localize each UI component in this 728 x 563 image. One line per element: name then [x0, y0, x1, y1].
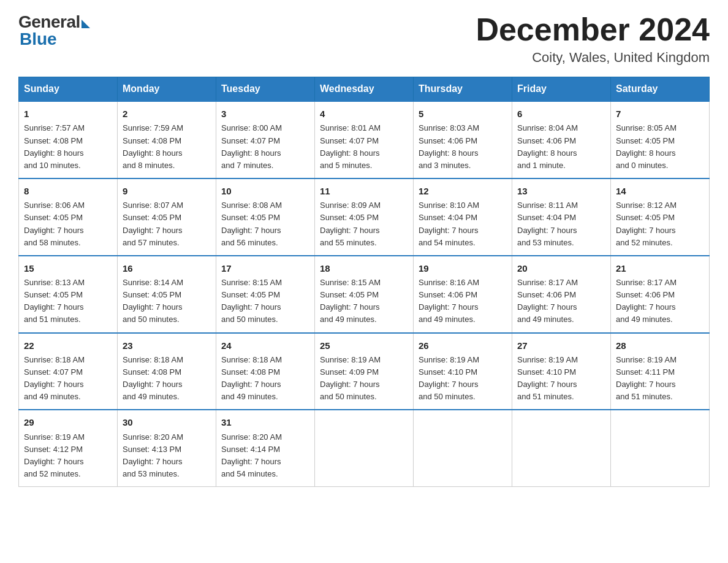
day-number: 3 — [221, 107, 309, 121]
header-cell-monday: Monday — [118, 77, 216, 102]
day-number: 1 — [24, 107, 112, 121]
calendar-week-3: 15Sunrise: 8:13 AMSunset: 4:05 PMDayligh… — [19, 256, 710, 333]
calendar-week-2: 8Sunrise: 8:06 AMSunset: 4:05 PMDaylight… — [19, 178, 710, 256]
day-info: Sunrise: 8:09 AMSunset: 4:05 PMDaylight:… — [320, 199, 408, 249]
calendar-cell: 20Sunrise: 8:17 AMSunset: 4:06 PMDayligh… — [512, 256, 611, 333]
calendar-week-5: 29Sunrise: 8:19 AMSunset: 4:12 PMDayligh… — [19, 410, 710, 486]
day-info: Sunrise: 8:18 AMSunset: 4:08 PMDaylight:… — [221, 354, 309, 404]
calendar-cell: 16Sunrise: 8:14 AMSunset: 4:05 PMDayligh… — [118, 256, 216, 333]
calendar-cell: 18Sunrise: 8:15 AMSunset: 4:05 PMDayligh… — [315, 256, 414, 333]
day-info: Sunrise: 8:08 AMSunset: 4:05 PMDaylight:… — [221, 199, 309, 249]
location-text: Coity, Wales, United Kingdom — [476, 50, 710, 66]
page-header: General Blue December 2024 Coity, Wales,… — [18, 12, 710, 66]
day-info: Sunrise: 8:19 AMSunset: 4:09 PMDaylight:… — [320, 354, 408, 404]
calendar-cell: 21Sunrise: 8:17 AMSunset: 4:06 PMDayligh… — [611, 256, 710, 333]
day-number: 2 — [123, 107, 211, 121]
title-block: December 2024 Coity, Wales, United Kingd… — [476, 12, 710, 66]
day-number: 31 — [221, 415, 309, 429]
calendar-week-4: 22Sunrise: 8:18 AMSunset: 4:07 PMDayligh… — [19, 333, 710, 410]
day-number: 12 — [419, 184, 507, 198]
calendar-cell: 8Sunrise: 8:06 AMSunset: 4:05 PMDaylight… — [19, 178, 118, 256]
calendar-cell: 7Sunrise: 8:05 AMSunset: 4:05 PMDaylight… — [611, 101, 710, 178]
day-number: 20 — [517, 261, 605, 275]
day-info: Sunrise: 8:11 AMSunset: 4:04 PMDaylight:… — [517, 199, 605, 249]
day-number: 28 — [616, 339, 704, 353]
calendar-cell — [512, 410, 611, 486]
header-cell-friday: Friday — [512, 77, 611, 102]
header-cell-sunday: Sunday — [19, 77, 118, 102]
day-info: Sunrise: 8:10 AMSunset: 4:04 PMDaylight:… — [419, 199, 507, 249]
day-number: 27 — [517, 339, 605, 353]
day-number: 14 — [616, 184, 704, 198]
day-info: Sunrise: 8:20 AMSunset: 4:13 PMDaylight:… — [123, 431, 211, 481]
day-info: Sunrise: 8:20 AMSunset: 4:14 PMDaylight:… — [221, 431, 309, 481]
day-number: 23 — [123, 339, 211, 353]
calendar-cell: 14Sunrise: 8:12 AMSunset: 4:05 PMDayligh… — [611, 178, 710, 256]
calendar-cell: 29Sunrise: 8:19 AMSunset: 4:12 PMDayligh… — [19, 410, 118, 486]
day-number: 21 — [616, 261, 704, 275]
header-row: SundayMondayTuesdayWednesdayThursdayFrid… — [19, 77, 710, 102]
calendar-cell: 17Sunrise: 8:15 AMSunset: 4:05 PMDayligh… — [216, 256, 315, 333]
day-info: Sunrise: 8:17 AMSunset: 4:06 PMDaylight:… — [517, 277, 605, 326]
calendar-cell: 9Sunrise: 8:07 AMSunset: 4:05 PMDaylight… — [118, 178, 216, 256]
day-info: Sunrise: 8:19 AMSunset: 4:12 PMDaylight:… — [24, 431, 112, 481]
calendar-cell — [315, 410, 414, 486]
calendar-cell: 22Sunrise: 8:18 AMSunset: 4:07 PMDayligh… — [19, 333, 118, 410]
day-info: Sunrise: 8:19 AMSunset: 4:10 PMDaylight:… — [517, 354, 605, 404]
calendar-cell: 5Sunrise: 8:03 AMSunset: 4:06 PMDaylight… — [414, 101, 512, 178]
day-number: 22 — [24, 339, 112, 353]
calendar-cell — [611, 410, 710, 486]
day-info: Sunrise: 8:06 AMSunset: 4:05 PMDaylight:… — [24, 199, 112, 249]
calendar-cell — [414, 410, 512, 486]
day-number: 30 — [123, 415, 211, 429]
day-number: 9 — [123, 184, 211, 198]
calendar-cell: 6Sunrise: 8:04 AMSunset: 4:06 PMDaylight… — [512, 101, 611, 178]
day-info: Sunrise: 8:15 AMSunset: 4:05 PMDaylight:… — [320, 277, 408, 326]
day-info: Sunrise: 8:13 AMSunset: 4:05 PMDaylight:… — [24, 277, 112, 326]
calendar-cell: 24Sunrise: 8:18 AMSunset: 4:08 PMDayligh… — [216, 333, 315, 410]
day-number: 4 — [320, 107, 408, 121]
day-info: Sunrise: 7:59 AMSunset: 4:08 PMDaylight:… — [123, 122, 211, 172]
day-info: Sunrise: 8:12 AMSunset: 4:05 PMDaylight:… — [616, 199, 704, 249]
day-number: 8 — [24, 184, 112, 198]
day-number: 25 — [320, 339, 408, 353]
calendar-cell: 25Sunrise: 8:19 AMSunset: 4:09 PMDayligh… — [315, 333, 414, 410]
calendar-cell: 11Sunrise: 8:09 AMSunset: 4:05 PMDayligh… — [315, 178, 414, 256]
day-info: Sunrise: 7:57 AMSunset: 4:08 PMDaylight:… — [24, 122, 112, 172]
day-number: 11 — [320, 184, 408, 198]
logo-blue-text: Blue — [20, 29, 57, 49]
day-number: 7 — [616, 107, 704, 121]
month-title: December 2024 — [476, 12, 710, 47]
day-info: Sunrise: 8:01 AMSunset: 4:07 PMDaylight:… — [320, 122, 408, 172]
day-number: 26 — [419, 339, 507, 353]
calendar-cell: 26Sunrise: 8:19 AMSunset: 4:10 PMDayligh… — [414, 333, 512, 410]
header-cell-saturday: Saturday — [611, 77, 710, 102]
day-info: Sunrise: 8:07 AMSunset: 4:05 PMDaylight:… — [123, 199, 211, 249]
day-number: 15 — [24, 261, 112, 275]
day-number: 17 — [221, 261, 309, 275]
day-info: Sunrise: 8:19 AMSunset: 4:10 PMDaylight:… — [419, 354, 507, 404]
day-number: 18 — [320, 261, 408, 275]
calendar-cell: 28Sunrise: 8:19 AMSunset: 4:11 PMDayligh… — [611, 333, 710, 410]
day-number: 6 — [517, 107, 605, 121]
day-info: Sunrise: 8:14 AMSunset: 4:05 PMDaylight:… — [123, 277, 211, 326]
calendar-cell: 27Sunrise: 8:19 AMSunset: 4:10 PMDayligh… — [512, 333, 611, 410]
day-number: 5 — [419, 107, 507, 121]
day-number: 19 — [419, 261, 507, 275]
header-cell-thursday: Thursday — [414, 77, 512, 102]
calendar-cell: 15Sunrise: 8:13 AMSunset: 4:05 PMDayligh… — [19, 256, 118, 333]
calendar-header: SundayMondayTuesdayWednesdayThursdayFrid… — [19, 77, 710, 102]
day-number: 10 — [221, 184, 309, 198]
calendar-cell: 2Sunrise: 7:59 AMSunset: 4:08 PMDaylight… — [118, 101, 216, 178]
day-info: Sunrise: 8:03 AMSunset: 4:06 PMDaylight:… — [419, 122, 507, 172]
day-info: Sunrise: 8:18 AMSunset: 4:07 PMDaylight:… — [24, 354, 112, 404]
calendar-cell: 30Sunrise: 8:20 AMSunset: 4:13 PMDayligh… — [118, 410, 216, 486]
logo-triangle-icon — [82, 20, 90, 28]
calendar-cell: 3Sunrise: 8:00 AMSunset: 4:07 PMDaylight… — [216, 101, 315, 178]
day-info: Sunrise: 8:19 AMSunset: 4:11 PMDaylight:… — [616, 354, 704, 404]
calendar-cell: 4Sunrise: 8:01 AMSunset: 4:07 PMDaylight… — [315, 101, 414, 178]
day-info: Sunrise: 8:15 AMSunset: 4:05 PMDaylight:… — [221, 277, 309, 326]
calendar-cell: 13Sunrise: 8:11 AMSunset: 4:04 PMDayligh… — [512, 178, 611, 256]
calendar-table: SundayMondayTuesdayWednesdayThursdayFrid… — [18, 77, 710, 487]
calendar-body: 1Sunrise: 7:57 AMSunset: 4:08 PMDaylight… — [19, 101, 710, 487]
